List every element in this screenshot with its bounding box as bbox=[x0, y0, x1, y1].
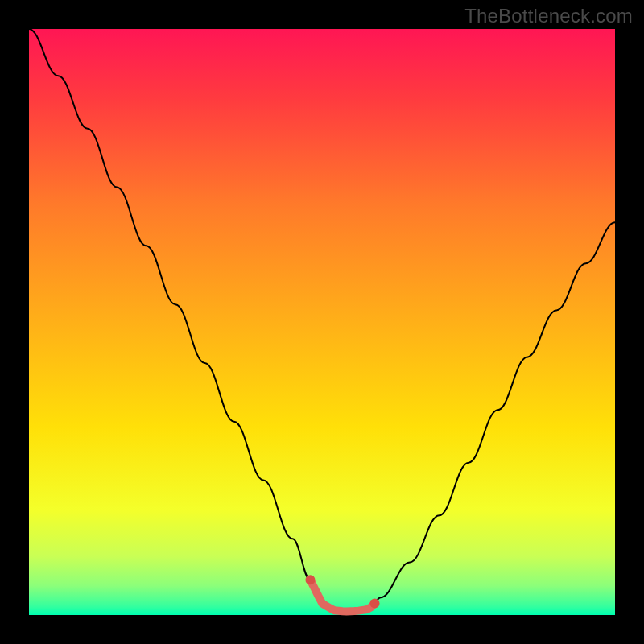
trough-endcap-left bbox=[305, 575, 315, 584]
watermark-text: TheBottleneck.com bbox=[464, 5, 633, 27]
bottleneck-chart bbox=[0, 0, 644, 644]
plot-background bbox=[29, 29, 615, 615]
trough-endcap-right bbox=[370, 598, 380, 608]
page-root: { "watermark": "TheBottleneck.com", "col… bbox=[0, 0, 644, 644]
